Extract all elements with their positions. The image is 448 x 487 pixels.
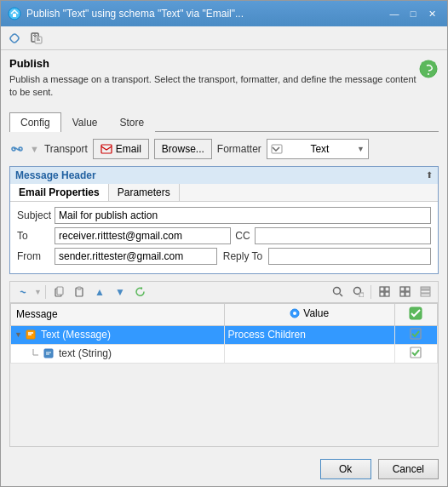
- grid3-icon: [420, 286, 431, 297]
- email-button[interactable]: Email: [93, 139, 149, 159]
- tab-config[interactable]: Config: [9, 112, 61, 132]
- svg-rect-8: [101, 145, 112, 153]
- content-area: Publish Publish a message on a transport…: [1, 50, 447, 454]
- svg-rect-23: [400, 292, 405, 296]
- grid2-icon: [399, 286, 411, 297]
- svg-rect-26: [421, 290, 430, 293]
- reply-to-input[interactable]: [268, 248, 431, 265]
- window-title: Publish "Text" using schema "Text" via "…: [26, 8, 386, 20]
- message-panel: ▼ ▲ ▼: [9, 281, 439, 447]
- tabs-bar: Config Value Store: [9, 112, 439, 132]
- tree-cell-msg2: text (String): [14, 347, 221, 359]
- svg-rect-34: [411, 347, 421, 358]
- ok-button[interactable]: Ok: [320, 459, 371, 479]
- table-row[interactable]: ▼ Text (Message) Process Children: [11, 325, 438, 344]
- col-message: Message: [11, 303, 225, 325]
- msg-copy-button[interactable]: [49, 284, 68, 301]
- check-header-icon: [409, 307, 422, 320]
- from-input[interactable]: [55, 248, 217, 265]
- reply-to-label: Reply To: [221, 250, 265, 262]
- svg-rect-24: [405, 292, 410, 296]
- msg-filter-button[interactable]: [348, 284, 367, 301]
- browse-button[interactable]: Browse...: [154, 139, 212, 159]
- inner-tabs: Email Properties Parameters: [10, 184, 438, 202]
- cancel-button[interactable]: Cancel: [378, 459, 439, 479]
- col-value-circle: Value: [290, 307, 329, 319]
- row2-name: text (String): [59, 347, 112, 359]
- svg-rect-13: [78, 287, 81, 289]
- cc-input[interactable]: [255, 227, 431, 244]
- title-bar: Publish "Text" using schema "Text" via "…: [1, 1, 447, 26]
- paste-icon: [73, 286, 85, 298]
- toolbar-export-button[interactable]: [26, 29, 47, 48]
- transport-link-icon: [9, 141, 25, 157]
- main-window: Publish "Text" using schema "Text" via "…: [0, 0, 448, 487]
- row2-checkbox[interactable]: [394, 344, 437, 363]
- msg-up-button[interactable]: ▲: [90, 284, 109, 301]
- inner-tab-email-props[interactable]: Email Properties: [10, 184, 109, 201]
- svg-rect-1: [13, 14, 16, 17]
- collapse-button[interactable]: ⬆: [426, 170, 433, 180]
- msg-link-icon: [17, 286, 29, 298]
- svg-rect-22: [405, 287, 410, 291]
- msg-refresh-button[interactable]: [131, 284, 150, 301]
- subject-row: Subject: [17, 207, 431, 224]
- minimize-button[interactable]: —: [386, 6, 403, 21]
- tab-value[interactable]: Value: [61, 112, 109, 132]
- msg-toolbar-left: ▼ ▲ ▼: [14, 284, 150, 301]
- close-button[interactable]: ✕: [423, 6, 440, 21]
- msg-arrow-icon: ▼: [34, 288, 42, 296]
- msg-grid1-button[interactable]: [375, 284, 393, 301]
- from-replyto-row: From Reply To: [17, 248, 431, 265]
- msg-toolbar-right: [328, 284, 434, 301]
- col-value-icon: [290, 308, 300, 318]
- col-value: Value: [224, 303, 394, 325]
- email-properties: Subject To CC From Reply To: [10, 202, 438, 273]
- row-icon-str: [43, 347, 55, 359]
- maximize-button[interactable]: □: [405, 6, 422, 21]
- table-row[interactable]: text (String): [11, 344, 438, 363]
- filter-icon: [353, 286, 364, 297]
- to-input[interactable]: [55, 227, 231, 244]
- col-check-header: [394, 303, 437, 325]
- table-cell-name: text (String): [11, 344, 225, 363]
- svg-rect-25: [421, 287, 430, 289]
- msg-grid2-button[interactable]: [395, 284, 414, 301]
- inner-tab-parameters[interactable]: Parameters: [109, 184, 180, 201]
- message-header-title: Message Header ⬆: [10, 167, 438, 184]
- section-title: Publish: [9, 57, 418, 70]
- formatter-label: Formatter: [217, 143, 261, 155]
- tree-cell-msg: ▼ Text (Message): [14, 329, 221, 341]
- msg-grid3-button[interactable]: [416, 284, 434, 301]
- msg-down-button[interactable]: ▼: [111, 284, 129, 301]
- formatter-icon: [271, 144, 283, 154]
- toolbar: [1, 26, 447, 50]
- message-table-container: Message Value: [10, 303, 438, 446]
- toolbar-link-button[interactable]: [4, 29, 25, 48]
- svg-point-5: [428, 73, 429, 75]
- svg-rect-16: [359, 293, 364, 297]
- search-icon: [332, 286, 343, 297]
- svg-point-14: [333, 288, 340, 295]
- msg-link-button[interactable]: [14, 284, 32, 301]
- msg-search-button[interactable]: [328, 284, 347, 301]
- svg-rect-19: [380, 292, 384, 296]
- transport-label: Transport: [44, 143, 88, 155]
- info-icon: [418, 59, 439, 82]
- separator1: [45, 285, 46, 299]
- subject-input[interactable]: [55, 207, 431, 224]
- transport-arrow: ▼: [30, 144, 39, 154]
- row1-checkbox[interactable]: [394, 325, 437, 344]
- message-toolbar: ▼ ▲ ▼: [10, 282, 438, 303]
- row1-value: Process Children: [224, 325, 394, 344]
- title-buttons: — □ ✕: [386, 6, 440, 21]
- formatter-dropdown-arrow: ▼: [357, 145, 365, 153]
- tab-store[interactable]: Store: [109, 112, 156, 132]
- window-icon: [8, 7, 21, 20]
- svg-rect-18: [385, 287, 389, 291]
- checkbox1-icon: [410, 328, 422, 340]
- msg-paste-button[interactable]: [70, 284, 89, 301]
- to-cc-row: To CC: [17, 227, 431, 244]
- formatter-select[interactable]: Text ▼: [267, 139, 369, 159]
- email-label: Email: [116, 143, 141, 155]
